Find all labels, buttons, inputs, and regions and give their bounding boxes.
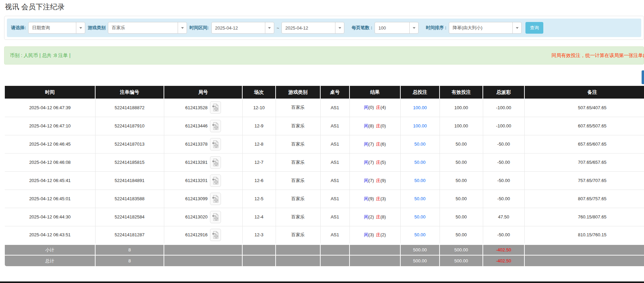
result-banker-score: (0) xyxy=(380,123,386,128)
cell-total-bet: 50.00 xyxy=(400,226,440,244)
cell-valid-bet: 50.00 xyxy=(440,208,483,226)
result-player-score: (3) xyxy=(368,232,374,237)
result-player-score: (9) xyxy=(368,196,374,201)
table-row: 2025-04-12 06:46:45522414187013612413378… xyxy=(5,135,644,153)
result-player-label: 闲 xyxy=(364,214,368,219)
cell-table-no: AS1 xyxy=(320,190,349,208)
cell-time: 2025-04-12 06:44:30 xyxy=(5,208,95,226)
cell-bet-id: 522414188872 xyxy=(95,99,164,117)
round-wrap: 612412916 xyxy=(164,229,242,241)
summary-empty-cell xyxy=(349,244,400,255)
video-replay-icon xyxy=(212,122,219,130)
summary-empty-cell xyxy=(524,244,644,255)
round-wrap: 612413201 xyxy=(164,174,242,187)
date-from-input[interactable]: 2025-04-12 xyxy=(211,22,274,34)
summary-empty-cell xyxy=(164,244,242,255)
result-player-score: (7) xyxy=(368,160,374,165)
column-header: 注单编号 xyxy=(95,86,164,99)
round-video-button[interactable] xyxy=(210,156,221,169)
search-button[interactable]: 查询 xyxy=(525,22,543,34)
cell-remark: 657.65/607.65 xyxy=(524,135,644,153)
round-video-button[interactable] xyxy=(210,211,221,223)
total-bet-link[interactable]: 50.00 xyxy=(414,160,426,165)
round-video-button[interactable] xyxy=(210,101,221,114)
chevron-down-icon[interactable] xyxy=(409,22,418,33)
cell-remark: 507.65/407.65 xyxy=(524,99,644,117)
result-banker-score: (8) xyxy=(380,214,386,219)
round-video-button[interactable] xyxy=(210,120,221,132)
collapsed-side-button[interactable] xyxy=(642,70,644,84)
cell-bet-id: 522414187013 xyxy=(95,135,164,153)
result-player-score: (7) xyxy=(368,142,374,147)
cell-game-type: 百家乐 xyxy=(276,99,320,117)
cell-payout: -50.00 xyxy=(483,226,524,244)
total-bet-link[interactable]: 50.00 xyxy=(414,178,426,183)
total-bet-link[interactable]: 50.00 xyxy=(414,196,426,201)
chevron-down-icon[interactable] xyxy=(76,22,85,33)
cell-result: 闲(2)庄(8) xyxy=(349,208,400,226)
round-wrap: 612413020 xyxy=(164,211,242,223)
summary-empty-cell xyxy=(320,244,349,255)
summary-empty-cell xyxy=(164,255,242,266)
cell-game-type: 百家乐 xyxy=(276,117,320,135)
total-bet-link[interactable]: 100.00 xyxy=(413,123,427,128)
cell-valid-bet: 50.00 xyxy=(440,153,483,171)
page-title: 视讯 会员下注纪录 xyxy=(5,2,65,12)
result-player-label: 闲 xyxy=(364,105,368,110)
result-player-label: 闲 xyxy=(364,178,368,183)
summary-payout: -402.50 xyxy=(483,244,524,255)
round-video-button[interactable] xyxy=(210,138,221,150)
cell-table-no: AS1 xyxy=(320,226,349,244)
summary-empty-cell xyxy=(276,244,320,255)
game-type-select[interactable]: 百家乐 xyxy=(108,22,187,34)
chevron-down-icon[interactable] xyxy=(335,22,344,33)
filter-bar: 请选择: 日期查询 游戏类别 百家乐 时间区间: 2025-04-12 ~ 20… xyxy=(7,19,641,37)
video-replay-icon xyxy=(212,195,219,203)
cell-payout: -100.00 xyxy=(483,99,524,117)
cell-time: 2025-04-12 06:45:01 xyxy=(5,190,95,208)
result-banker-score: (4) xyxy=(380,105,386,110)
cell-session: 12-10 xyxy=(242,99,276,117)
video-replay-icon xyxy=(212,103,219,112)
subtotal-row: 小计8500.00500.00-402.50 xyxy=(5,244,644,255)
round-id: 612413020 xyxy=(185,214,208,219)
cell-table-no: AS1 xyxy=(320,117,349,135)
chevron-down-icon[interactable] xyxy=(512,22,521,33)
round-video-button[interactable] xyxy=(210,174,221,187)
date-to-input[interactable]: 2025-04-12 xyxy=(281,22,344,34)
result-player-label: 闲 xyxy=(364,196,368,201)
total-bet-link[interactable]: 50.00 xyxy=(414,232,426,237)
total-bet-link[interactable]: 100.00 xyxy=(413,105,427,110)
cell-game-type: 百家乐 xyxy=(276,171,320,190)
round-video-button[interactable] xyxy=(210,229,221,241)
page-size-label: 每页笔数 : xyxy=(352,25,372,31)
summary-bar: 币别 : 人民币 | 总共 :8 注单 | 同局有效投注，统一计算在该局第一张注… xyxy=(4,46,644,65)
cell-bet-id: 522414184891 xyxy=(95,171,164,190)
total-row: 总计8500.00500.00-402.50 xyxy=(5,255,644,266)
cell-result: 闲(9)庄(3) xyxy=(349,190,400,208)
cell-round: 612413020 xyxy=(164,208,242,226)
chevron-down-icon[interactable] xyxy=(178,22,187,33)
date-from-value: 2025-04-12 xyxy=(212,25,265,31)
round-wrap: 612413378 xyxy=(164,138,242,150)
table-row: 2025-04-12 06:47:39522414188872612413528… xyxy=(5,99,644,117)
cell-remark: 807.65/757.65 xyxy=(524,190,644,208)
time-sort-select[interactable]: 降幂(由大到小) xyxy=(449,22,522,34)
cell-total-bet: 100.00 xyxy=(400,117,440,135)
result-player-score: (2) xyxy=(368,214,374,219)
chevron-down-icon[interactable] xyxy=(265,22,274,33)
cell-table-no: AS1 xyxy=(320,208,349,226)
total-bet-link[interactable]: 50.00 xyxy=(414,142,426,147)
total-bet-link[interactable]: 50.00 xyxy=(414,214,426,219)
cell-table-no: AS1 xyxy=(320,153,349,171)
cell-valid-bet: 50.00 xyxy=(440,135,483,153)
query-type-select[interactable]: 日期查询 xyxy=(28,22,85,34)
cell-result: 闲(3)庄(2) xyxy=(349,226,400,244)
cell-payout: -100.00 xyxy=(483,117,524,135)
cell-time: 2025-04-12 06:47:10 xyxy=(5,117,95,135)
page-size-select[interactable]: 100 xyxy=(375,22,419,34)
result-banker-label: 庄 xyxy=(376,214,380,219)
round-video-button[interactable] xyxy=(210,193,221,205)
cell-table-no: AS1 xyxy=(320,135,349,153)
cell-payout: -50.00 xyxy=(483,135,524,153)
